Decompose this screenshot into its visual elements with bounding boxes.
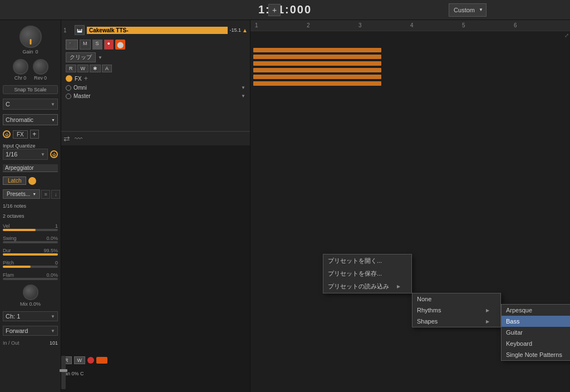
load-preset-submenu: None Rhythms Shapes <box>412 293 501 327</box>
snap-to-scale-label: Snap To Scale <box>3 85 58 94</box>
master-row: Master ▼ <box>63 92 248 100</box>
ruler-mark-5: 5 <box>462 22 514 28</box>
quantize-power-button[interactable]: ⏻ <box>50 150 58 158</box>
bottom-orange-btn <box>96 357 107 364</box>
bottom-controls: ⇄ 〰 <box>61 131 250 145</box>
key-dropdown[interactable]: C ▼ <box>3 99 58 110</box>
preset-icon-2[interactable]: ↓ <box>51 190 60 199</box>
mute-solo-row: ⬛ M S ● ⬤ <box>63 38 248 51</box>
chr-rev-row: Chr 0 Rev 0 <box>13 59 48 81</box>
menu-save-preset[interactable]: プリセットを保存... <box>323 267 411 280</box>
fx-power-button[interactable]: ⏻ <box>3 130 11 138</box>
fx-button[interactable]: FX <box>13 130 28 139</box>
latch-power-button[interactable] <box>28 177 36 185</box>
ruler-mark-3: 3 <box>358 22 410 28</box>
vel-slider-row: Vel 1 <box>3 223 58 231</box>
fx-row: ⏻ FX + <box>3 130 58 139</box>
octaves-label: 2 octaves <box>3 213 58 219</box>
track-name[interactable]: Cakewalk TTS- <box>87 27 228 34</box>
left-panel: Gain 0 Chr 0 Rev 0 Snap To Scale <box>0 20 61 392</box>
track-number: 1 <box>63 27 72 33</box>
resize-icon[interactable]: ⤢ <box>564 32 569 38</box>
latch-row: Latch <box>3 177 58 185</box>
master-label[interactable]: Master <box>73 93 239 99</box>
fx-plus-button[interactable]: + <box>84 75 88 82</box>
pitch-slider-row: Pitch 0 <box>3 260 58 268</box>
arrange-left-icon[interactable]: ⇄ <box>63 134 70 143</box>
quantize-dropdown[interactable]: 1/16 ▼ <box>3 149 48 160</box>
time-display: 1:01:000 <box>258 3 312 16</box>
clip-label[interactable]: クリップ <box>66 52 96 62</box>
bottom-rw-row: R W <box>61 356 107 364</box>
notes-label: 1/16 notes <box>3 203 58 209</box>
submenu-arpesque[interactable]: Arpesque <box>502 305 570 316</box>
num-value: 101 <box>50 340 58 346</box>
io-label: In / Out <box>3 340 19 346</box>
note-block <box>253 68 381 72</box>
ruler-mark-2: 2 <box>307 22 358 28</box>
submenu-none[interactable]: None <box>412 293 500 305</box>
w-button[interactable]: W <box>77 65 89 72</box>
dur-slider-row: Dur 99.5% <box>3 248 58 256</box>
r-button[interactable]: R <box>66 65 76 72</box>
note-block <box>253 55 381 59</box>
chr-knob[interactable] <box>13 59 28 75</box>
mute-button[interactable]: M <box>80 40 91 50</box>
midi-icon: ⬛ <box>66 40 78 50</box>
rec-button[interactable]: ● <box>104 40 114 50</box>
track-row: 1 🎹 Cakewalk TTS- -15.1 ▲ <box>63 22 248 38</box>
gain-label: Gain <box>22 49 33 55</box>
ruler: 1 2 3 4 5 6 <box>250 20 570 31</box>
menu-open-preset[interactable]: プリセットを開く... <box>323 254 411 267</box>
flam-slider[interactable] <box>3 278 58 280</box>
dur-slider[interactable] <box>3 253 58 256</box>
a-button[interactable]: A <box>102 65 112 72</box>
note-block <box>253 61 381 66</box>
submenu-single-note-patterns[interactable]: Single Note Patterns <box>502 349 570 360</box>
mix-knob-row: Mix 0.0% <box>20 285 41 307</box>
shapes-submenu: Arpesque Bass Guitar Keyboard Single Not… <box>501 304 570 361</box>
mix-knob[interactable] <box>23 285 38 300</box>
swing-slider-row: Swing 0.0% <box>3 236 58 243</box>
swing-slider[interactable] <box>3 241 58 243</box>
note-block <box>253 75 381 79</box>
presets-button[interactable]: Presets... <box>3 189 40 199</box>
gain-knob[interactable] <box>19 26 42 48</box>
bottom-w-button[interactable]: W <box>74 356 86 364</box>
solo-button[interactable]: S <box>92 40 102 50</box>
rev-knob[interactable] <box>33 59 48 75</box>
top-bar: 1:01:000 + Custom <box>0 0 570 20</box>
arrange-wave-icon[interactable]: 〰 <box>75 134 82 143</box>
custom-dropdown[interactable]: Custom <box>449 3 487 17</box>
note-block <box>253 48 381 52</box>
fx-row2: FX + <box>63 74 248 84</box>
fader-slider[interactable] <box>61 356 66 389</box>
submenu-guitar[interactable]: Guitar <box>502 327 570 338</box>
submenu-bass[interactable]: Bass <box>502 316 570 327</box>
piano-roll-area <box>61 145 250 392</box>
ch-dropdown[interactable]: Ch: 1 ▼ <box>3 311 58 321</box>
submenu-rhythms[interactable]: Rhythms <box>412 305 500 316</box>
input-quantize-label: Input Quantize <box>3 143 58 149</box>
submenu-keyboard[interactable]: Keyboard <box>502 338 570 349</box>
vel-slider[interactable] <box>3 229 58 231</box>
chromatic-dropdown[interactable]: Chromatic <box>3 114 58 125</box>
right-panel: 1 2 3 4 5 6 ⤢ プリセットを開く... プリセットを保存... <box>250 20 570 392</box>
fx-label2: FX <box>75 76 82 82</box>
forward-dropdown[interactable]: Forward ▼ <box>3 326 58 336</box>
menu-load-preset[interactable]: プリセットの読み込み <box>323 280 411 293</box>
fader-area <box>61 356 66 389</box>
pitch-slider[interactable] <box>3 266 58 268</box>
add-button[interactable]: + <box>268 4 281 16</box>
fx-add-button[interactable]: + <box>30 130 39 139</box>
submenu-shapes[interactable]: Shapes <box>412 316 500 327</box>
preset-icon-1[interactable]: ≡ <box>41 190 50 199</box>
master-port-icon <box>66 94 71 99</box>
flam-slider-row: Flam 0.0% <box>3 272 58 280</box>
omni-label[interactable]: Omni <box>73 85 239 91</box>
x-button[interactable]: ✱ <box>90 65 101 72</box>
ruler-mark-1: 1 <box>255 22 307 28</box>
latch-button[interactable]: Latch <box>3 177 26 185</box>
middle-panel: 1 🎹 Cakewalk TTS- -15.1 ▲ ⬛ M S ● ⬤ クリップ… <box>61 20 250 392</box>
track-header: 1 🎹 Cakewalk TTS- -15.1 ▲ ⬛ M S ● ⬤ クリップ… <box>61 20 250 131</box>
